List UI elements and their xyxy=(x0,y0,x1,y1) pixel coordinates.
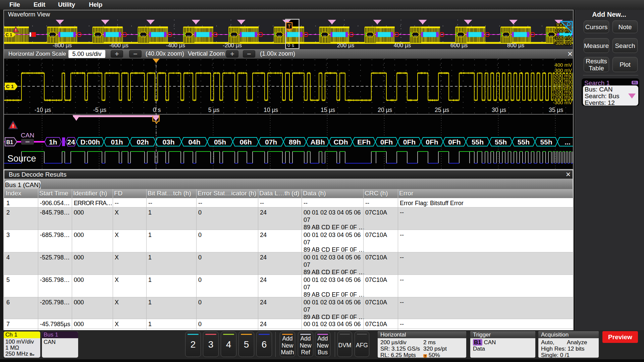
svg-text:20 µs: 20 µs xyxy=(378,107,392,113)
svg-text:0Fh: 0Fh xyxy=(448,138,461,146)
svg-text:1h: 1h xyxy=(49,138,57,146)
svg-text:T: T xyxy=(287,23,290,29)
svg-text:400 µs: 400 µs xyxy=(394,42,411,49)
svg-text:-200 mV: -200 mV xyxy=(553,94,572,100)
svg-text:...: ... xyxy=(504,33,507,37)
svg-text:-200 µs: -200 µs xyxy=(223,42,242,49)
svg-text:...: ... xyxy=(142,33,145,37)
svg-text:0Fh: 0Fh xyxy=(403,138,416,146)
svg-text:-600 µs: -600 µs xyxy=(109,42,128,49)
svg-text:C 1: C 1 xyxy=(6,83,14,89)
svg-text:15 µs: 15 µs xyxy=(321,107,335,113)
svg-text:...: ... xyxy=(550,33,553,37)
svg-text:...: ... xyxy=(323,33,326,37)
svg-text:...: ... xyxy=(96,33,99,37)
svg-text:0Fh: 0Fh xyxy=(380,138,393,146)
svg-text:200 mV: 200 mV xyxy=(554,73,572,78)
svg-text:-300 mV: -300 mV xyxy=(553,100,572,105)
svg-text:...: ... xyxy=(232,33,235,37)
svg-text:400 mV: 400 mV xyxy=(554,62,572,68)
svg-text:55h: 55h xyxy=(518,138,530,146)
svg-text:CAN: CAN xyxy=(21,132,34,139)
svg-text:30 µs: 30 µs xyxy=(492,107,506,113)
svg-text:10 µs: 10 µs xyxy=(264,107,278,113)
svg-text:C 1: C 1 xyxy=(6,33,12,37)
svg-text:02h: 02h xyxy=(137,138,149,146)
svg-text:-100 mV: -100 mV xyxy=(554,35,572,40)
svg-text:-300 mV: -300 mV xyxy=(554,41,572,46)
svg-text:600 µs: 600 µs xyxy=(450,42,468,49)
svg-text:04h: 04h xyxy=(188,138,200,146)
svg-text:CDh: CDh xyxy=(333,138,348,146)
svg-text:Source: Source xyxy=(7,154,36,164)
svg-text:25 µs: 25 µs xyxy=(435,107,449,113)
svg-text:0 s: 0 s xyxy=(287,42,294,48)
svg-text:06h: 06h xyxy=(239,138,252,146)
svg-text:03h: 03h xyxy=(162,138,174,146)
svg-text:...: ... xyxy=(369,33,372,37)
svg-text:D:00h: D:00h xyxy=(80,138,100,146)
svg-text:...: ... xyxy=(51,33,54,37)
svg-text:-10 µs: -10 µs xyxy=(35,107,51,113)
svg-text:!: ! xyxy=(15,28,16,32)
svg-text:!: ! xyxy=(12,123,14,129)
svg-text:...: ... xyxy=(278,33,281,37)
svg-text:5 µs: 5 µs xyxy=(208,107,220,113)
svg-text:01h: 01h xyxy=(111,138,123,146)
svg-text:300 mV: 300 mV xyxy=(554,67,572,73)
svg-text:05h: 05h xyxy=(214,138,226,146)
svg-text:-400 µs: -400 µs xyxy=(166,42,185,49)
svg-text:...: ... xyxy=(414,33,417,37)
svg-text:55h: 55h xyxy=(472,138,484,146)
svg-text:0 s: 0 s xyxy=(153,107,161,113)
svg-text:...: ... xyxy=(187,33,190,37)
svg-text:...: ... xyxy=(565,138,571,146)
svg-text:-800 µs: -800 µs xyxy=(53,42,72,49)
svg-text:35 µs: 35 µs xyxy=(549,107,563,113)
svg-text:EFh: EFh xyxy=(357,138,371,146)
svg-text:89h: 89h xyxy=(289,138,301,146)
svg-text:55h: 55h xyxy=(540,138,552,146)
svg-text:B1: B1 xyxy=(6,139,13,145)
svg-text:100 mV: 100 mV xyxy=(554,78,572,84)
svg-text:55h: 55h xyxy=(495,138,507,146)
svg-text:-5 µs: -5 µs xyxy=(93,107,107,113)
svg-text:07h: 07h xyxy=(265,138,277,146)
svg-text:0 V: 0 V xyxy=(564,83,572,89)
svg-text:-100 mV: -100 mV xyxy=(553,89,572,95)
svg-text:200 µs: 200 µs xyxy=(337,42,354,49)
svg-text:24: 24 xyxy=(67,138,75,146)
svg-text:ABh: ABh xyxy=(310,138,325,146)
svg-text:800 µs: 800 µs xyxy=(507,42,524,49)
svg-text:0Fh: 0Fh xyxy=(426,138,438,146)
svg-text:...: ... xyxy=(459,33,462,37)
